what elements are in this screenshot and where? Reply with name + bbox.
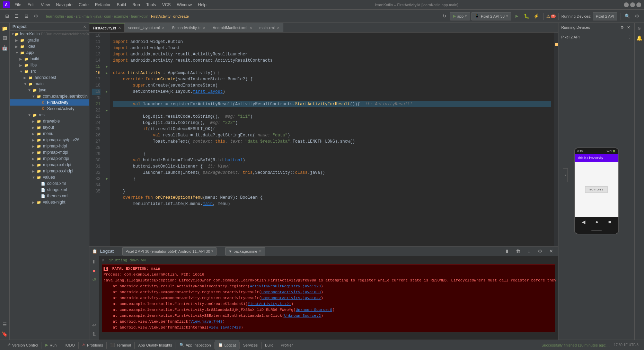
tree-item-colors[interactable]: ▶ 📄 colors.xml — [10, 180, 89, 187]
bookmarks-icon[interactable]: 🔖 — [1, 330, 9, 338]
version-control-button[interactable]: ⎇ Version Control — [3, 340, 42, 350]
tree-item-app[interactable]: ▼ 📁 app — [10, 50, 89, 56]
menu-item-tools[interactable]: Tools — [143, 2, 159, 8]
tab-second-layout-close[interactable]: ✕ — [162, 26, 165, 30]
gradle-icon[interactable]: G — [635, 24, 644, 33]
tree-item-mipmap-xhdpi[interactable]: ▶ 📁 mipmap-xhdpi — [10, 155, 89, 162]
breadcrumb-learnkotlin[interactable]: learnKotlin — [46, 14, 64, 18]
tree-item-mipmap-anydpi[interactable]: ▶ 📁 mipmap-anydpi-v26 — [10, 137, 89, 143]
tree-item-mipmap-xxxhdpi[interactable]: ▶ 📁 mipmap-xxxhdpi — [10, 168, 89, 174]
menu-item-help[interactable]: Help — [195, 2, 209, 8]
logcat-expand-icon[interactable]: ⇅ — [90, 330, 98, 338]
menu-item-file[interactable]: File — [12, 2, 24, 8]
menu-item-edit[interactable]: Edit — [25, 2, 37, 8]
services-button[interactable]: Services — [240, 340, 261, 350]
menu-item-refactor[interactable]: Refactor — [92, 2, 113, 8]
logcat-rerun-icon[interactable]: ↺ — [90, 276, 98, 284]
tab-mainxml[interactable]: main.xml ✕ — [256, 23, 283, 32]
tree-item-libs[interactable]: ▶ 📁 libs — [10, 62, 89, 68]
logcat-clear-button[interactable]: 🗑 — [514, 247, 522, 255]
menu-item-view[interactable]: View — [38, 2, 53, 8]
run-button[interactable]: ▶ — [513, 12, 521, 20]
phone-overflow-icon[interactable]: ⋮ — [612, 156, 616, 160]
terminal-button[interactable]: ⬛ Terminal — [107, 340, 134, 350]
tab-firstactivity-close[interactable]: ✕ — [118, 26, 121, 30]
breadcrumb-main[interactable]: main — [83, 14, 92, 18]
problems-button[interactable]: ⚠ Problems — [79, 340, 106, 350]
run-status-button[interactable]: ▶ Run — [42, 340, 60, 350]
structure-icon[interactable]: ☰ — [1, 320, 9, 329]
tree-item-idea[interactable]: ▶ 📁 .idea — [10, 43, 89, 50]
tree-item-java[interactable]: ▼ 📁 java — [10, 87, 89, 93]
tree-item-mipmap-mdpi[interactable]: ▶ 📁 mipmap-mdpi — [10, 149, 89, 155]
project-view-button[interactable]: ⊞ — [3, 12, 11, 20]
tree-item-mipmap-xxhdpi[interactable]: ▶ 📁 mipmap-xxhdpi — [10, 162, 89, 168]
tree-item-secondactivity[interactable]: ▶ K SecondActivity — [10, 106, 89, 112]
tree-item-values-night[interactable]: ▶ 📁 values-night — [10, 199, 89, 205]
tree-item-main[interactable]: ▼ 📁 main — [10, 81, 89, 87]
breadcrumb-firstactivity[interactable]: FirstActivity — [151, 14, 170, 18]
tree-item-layout[interactable]: ▶ 📁 layout — [10, 124, 89, 131]
logcat-status-button[interactable]: 📋 Logcat — [215, 340, 239, 350]
tree-item-firstactivity[interactable]: ▶ K FirstActivity — [10, 99, 89, 106]
tab-androidmanifest-close[interactable]: ✕ — [249, 26, 252, 30]
menu-item-code[interactable]: Code — [76, 2, 91, 8]
tree-item-themes[interactable]: ▶ 📄 themes.xml — [10, 193, 89, 199]
bookmark-button[interactable]: ⊟ — [22, 12, 30, 20]
minimize-button[interactable] — [624, 2, 629, 7]
logcat-device-selector[interactable]: Pixel 2 API 30 (emulator-5554) Android 1… — [122, 247, 217, 255]
search-everywhere-button[interactable]: 🔍 — [623, 12, 632, 20]
logcat-close-button[interactable]: ✕ — [547, 247, 555, 255]
tab-mainxml-close[interactable]: ✕ — [277, 26, 280, 30]
device-settings-icon[interactable]: ⚙ — [619, 24, 625, 30]
tab-androidmanifest[interactable]: AndroidManifest.xml ✕ — [209, 23, 256, 32]
tree-item-src[interactable]: ▼ 📁 src — [10, 68, 89, 74]
notifications-icon[interactable]: 🔔 — [635, 34, 644, 42]
settings-icon[interactable]: ⚙ — [32, 12, 40, 20]
app-inspection-button[interactable]: 🔍 App Inspection — [176, 340, 214, 350]
breadcrumb-java[interactable]: java — [95, 14, 102, 18]
tree-item-gradle[interactable]: ▶ 📁 .gradle — [10, 37, 89, 43]
settings-button[interactable]: ⚙ — [633, 12, 641, 20]
menu-item-navigate[interactable]: Navigate — [53, 2, 75, 8]
menu-item-build[interactable]: Build — [114, 2, 129, 8]
tree-item-com[interactable]: ▼ 📁 com.example.learnkotlin — [10, 93, 89, 99]
phone-square-button[interactable]: ■ — [608, 219, 611, 225]
breadcrumb-com[interactable]: com — [104, 14, 111, 18]
code-editor[interactable]: 10 11 12 13 14 15 16 17 18 19 20 21 22 2… — [89, 33, 558, 246]
tree-item-root[interactable]: ▼ 📁 learnKotlin D:\Documents\Android\lea… — [10, 31, 89, 37]
app-quality-button[interactable]: App Quality Insights — [135, 340, 176, 350]
device-expand-button[interactable]: › — [563, 168, 568, 182]
resource-manager-icon[interactable]: 🖼 — [1, 34, 9, 42]
debug-button[interactable]: 🐛 — [522, 12, 531, 20]
code-content[interactable]: 10 11 12 13 14 15 16 17 18 19 20 21 22 2… — [89, 33, 558, 246]
breadcrumb-src[interactable]: src — [76, 14, 81, 18]
maximize-button[interactable] — [630, 2, 635, 7]
phone-button1[interactable]: BUTTON 1 — [585, 186, 608, 193]
tree-item-res[interactable]: ▼ 📁 res — [10, 112, 89, 118]
tree-item-build[interactable]: ▶ 📁 build — [10, 56, 89, 62]
device-menu-icon[interactable]: ⋮ — [628, 35, 632, 39]
notifications[interactable]: ⚠ 2 — [546, 14, 556, 19]
breadcrumb-oncreate[interactable]: onCreate — [173, 14, 189, 18]
logcat-wrap-icon[interactable]: ↩ — [90, 321, 98, 329]
profiler-button[interactable]: Profiler — [277, 340, 296, 350]
attach-button[interactable]: ⚡ — [532, 12, 540, 20]
logcat-scroll-button[interactable]: ↓ — [525, 247, 533, 255]
todo-button[interactable]: TODO — [60, 340, 78, 350]
menu-item-vcs[interactable]: VCS — [159, 2, 174, 8]
app-selector[interactable]: ▶ app ▾ — [450, 12, 470, 20]
breadcrumb-learnkotlin2[interactable]: learnkotlin — [131, 14, 148, 18]
logcat-settings-icon[interactable]: ⚙ — [536, 247, 544, 255]
tab-firstactivity[interactable]: FirstActivity.kt ✕ — [89, 23, 125, 32]
tab-second-layout[interactable]: second_layout.xml ✕ — [125, 23, 168, 32]
sidebar-close-icon[interactable]: ✕ — [83, 25, 86, 29]
logcat-filter-selector[interactable]: ▼ package:mine ✕ — [225, 247, 265, 255]
tree-item-drawable[interactable]: ▶ 📁 drawable — [10, 118, 89, 124]
tree-item-androidtest[interactable]: ▶ 📁 androidTest — [10, 74, 89, 81]
menu-item-window[interactable]: Window — [174, 2, 195, 8]
android-model-icon[interactable]: 🤖 — [1, 44, 9, 52]
structure-button[interactable]: ☰ — [12, 12, 21, 20]
logcat-pause-button[interactable]: ⏸ — [503, 247, 511, 255]
tree-item-mipmap-hdpi[interactable]: ▶ 📁 mipmap-hdpi — [10, 143, 89, 149]
